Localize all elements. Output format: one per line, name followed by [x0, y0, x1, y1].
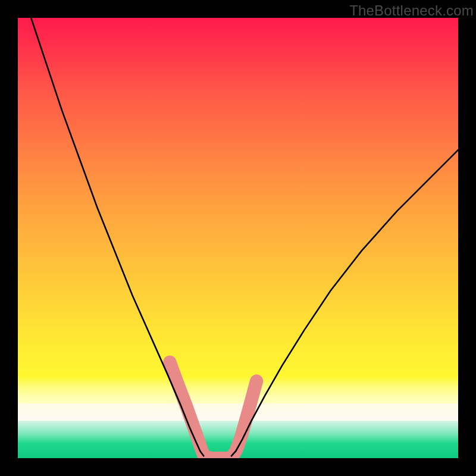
chart-frame: TheBottleneck.com	[0, 0, 476, 476]
watermark-text: TheBottleneck.com	[349, 2, 474, 19]
curve-svg	[18, 18, 458, 458]
right-curve-path	[231, 150, 458, 456]
plot-area	[18, 18, 458, 458]
